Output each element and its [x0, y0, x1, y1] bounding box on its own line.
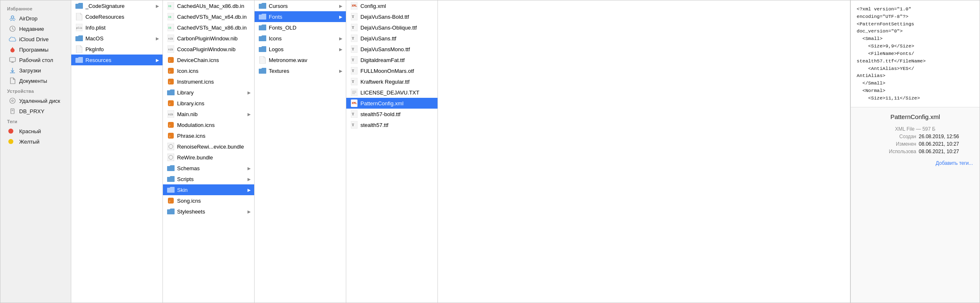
- column-item-phrase[interactable]: ♪Phrase.icns: [163, 130, 254, 141]
- column-item-dejavu_sans[interactable]: TDejaVuSans.ttf: [346, 33, 438, 44]
- file-type-value: XML File — 597 Б: [858, 126, 973, 132]
- file-label-instrument: Instrument.icns: [177, 79, 251, 85]
- column-item-library_folder[interactable]: Library▶: [163, 87, 254, 98]
- sidebar-item-airdrop[interactable]: AirDrop: [2, 13, 69, 23]
- svg-rect-6: [10, 57, 15, 62]
- sidebar-item-db-prxy[interactable]: DB_PRXY: [2, 106, 69, 116]
- column-item-stylesheets[interactable]: Stylesheets▶: [163, 206, 254, 217]
- sidebar-item-apps[interactable]: Программы: [2, 45, 69, 55]
- file-icon-cachedvsts86: DB: [167, 24, 175, 31]
- file-icon-metronome: [259, 56, 266, 64]
- column-item-skin[interactable]: Skin▶: [163, 184, 254, 195]
- sidebar-item-icloud[interactable]: iCloud Drive: [2, 34, 69, 44]
- arrow-icon-stylesheets: ▶: [245, 209, 251, 214]
- column-item-fonts[interactable]: Fonts▶: [255, 11, 346, 22]
- column-item-renoise_bundle[interactable]: RenoiseRewi...evice.bundle: [163, 141, 254, 152]
- created-value: 26.08.2019, 12:56: [919, 134, 973, 139]
- column-item-dejavu_mono[interactable]: TDejaVuSansMono.ttf: [346, 44, 438, 55]
- column-item-scripts[interactable]: Scripts▶: [163, 174, 254, 184]
- file-label-dejavu_oblique: DejaVuSans-Oblique.ttf: [360, 25, 434, 31]
- file-icon-icon_icns: ♪: [167, 67, 175, 75]
- file-label-rewire_bundle: ReWire.bundle: [177, 154, 251, 161]
- sidebar-section-Избранное: Избранное: [0, 4, 71, 13]
- sidebar-label-icloud: iCloud Drive: [19, 36, 49, 42]
- svg-text:♪: ♪: [169, 102, 170, 106]
- column-item-patternconfig[interactable]: XMLPatternConfig.xml: [346, 98, 438, 109]
- column-item-textures[interactable]: Textures▶: [255, 65, 346, 76]
- svg-text:XML: XML: [352, 102, 357, 105]
- column-col2: DBCachedAUs_Mac_x86.db.inDBCachedVSTs_Ma…: [163, 0, 255, 303]
- svg-text:T: T: [352, 37, 355, 40]
- modified-row: Изменен 08.06.2021, 10:27: [858, 140, 973, 148]
- column-item-icons[interactable]: Icons▶: [255, 33, 346, 44]
- column-item-coderesources[interactable]: CodeResources: [71, 11, 162, 22]
- tag-dot: [8, 129, 13, 134]
- usb-icon: [9, 107, 16, 115]
- column-item-cachedvsts64[interactable]: DBCachedVSTs_Mac_x64.db.in: [163, 11, 254, 22]
- sidebar-label-downloads: Загрузки: [19, 67, 41, 74]
- sidebar-item-desktop[interactable]: Рабочий стол: [2, 55, 69, 65]
- sidebar-label-airdrop: AirDrop: [19, 15, 38, 22]
- column-item-config_xml[interactable]: XMLConfig.xml: [346, 0, 438, 11]
- column-item-fonts_old[interactable]: Fonts_OLD: [255, 22, 346, 33]
- sidebar-item-remote-disk[interactable]: Удаленный диск: [2, 96, 69, 106]
- file-label-logos: Logos: [269, 46, 337, 52]
- column-item-_codesignature[interactable]: _CodeSignature▶: [71, 0, 162, 11]
- column-item-instrument[interactable]: ♪Instrument.icns: [163, 76, 254, 87]
- file-icon-devicechain: ♪: [167, 56, 175, 64]
- column-item-library_icns[interactable]: ♪Library.icns: [163, 98, 254, 109]
- file-label-main_nib: Main.nib: [177, 111, 245, 117]
- file-label-info_plist: Info.plist: [85, 25, 159, 31]
- column-item-pkginfo[interactable]: PkgInfo: [71, 44, 162, 55]
- file-icon-dejavu_bold: T: [350, 13, 358, 20]
- column-item-carbonplugin[interactable]: nibCarbonPluginWindow.nib: [163, 33, 254, 44]
- sidebar-item-documents[interactable]: Документы: [2, 76, 69, 86]
- sidebar-item-downloads[interactable]: Загрузки: [2, 65, 69, 75]
- file-icon-skin: [167, 186, 175, 194]
- svg-text:T: T: [352, 15, 355, 19]
- file-icon-cachedvsts64: DB: [167, 13, 175, 20]
- desktop-icon: [9, 56, 16, 64]
- sidebar-label-documents: Документы: [19, 78, 47, 84]
- column-item-logos[interactable]: Logos▶: [255, 44, 346, 55]
- svg-text:DB: DB: [168, 26, 172, 29]
- sidebar-label-db-prxy: DB_PRXY: [19, 108, 45, 114]
- column-item-macos[interactable]: MacOS▶: [71, 33, 162, 44]
- file-icon-carbonplugin: nib: [167, 35, 175, 42]
- sidebar-item-recents[interactable]: Недавние: [2, 24, 69, 34]
- column-item-rewire_bundle[interactable]: ReWire.bundle: [163, 152, 254, 163]
- file-label-_codesignature: _CodeSignature: [85, 3, 153, 9]
- svg-point-10: [10, 98, 15, 104]
- column-item-license[interactable]: LICENSE_DEJAVU.TXT: [346, 87, 438, 98]
- file-icon-fonts: [259, 13, 266, 20]
- file-label-devicechain: DeviceChain.icns: [177, 57, 251, 63]
- arrow-icon-_codesignature: ▶: [153, 4, 159, 8]
- column-item-cachedaus[interactable]: DBCachedAUs_Mac_x86.db.in: [163, 0, 254, 11]
- column-item-cachedvsts86[interactable]: DBCachedVSTs_Mac_x86.db.in: [163, 22, 254, 33]
- column-item-cocoaplugin[interactable]: nibCocoaPluginWindow.nib: [163, 44, 254, 55]
- sidebar-item-tag-red[interactable]: Красный: [2, 126, 69, 136]
- accessed-value: 08.06.2021, 10:27: [919, 149, 973, 154]
- column-item-dejavu_bold[interactable]: TDejaVuSans-Bold.ttf: [346, 11, 438, 22]
- column-item-schemas[interactable]: Schemas▶: [163, 163, 254, 174]
- column-item-stealth57_bold[interactable]: Tstealth57-bold.ttf: [346, 109, 438, 119]
- add-tags-button[interactable]: Добавить теги...: [851, 157, 980, 166]
- sidebar-label-apps: Программы: [19, 47, 48, 53]
- column-item-info_plist[interactable]: plistInfo.plist: [71, 22, 162, 33]
- sidebar-item-tag-yellow[interactable]: Желтый: [2, 137, 69, 147]
- column-item-dejavu_oblique[interactable]: TDejaVuSans-Oblique.ttf: [346, 22, 438, 33]
- column-item-stealth57[interactable]: Tstealth57.ttf: [346, 119, 438, 130]
- airdrop-icon: [9, 15, 16, 22]
- column-item-kraftwerk[interactable]: TKraftwerk Regular.ttf: [346, 76, 438, 87]
- column-item-fullmoon[interactable]: TFULLMoonOnMars.otf: [346, 65, 438, 76]
- column-item-resources[interactable]: Resources▶: [71, 55, 162, 65]
- column-item-metronome[interactable]: Metronome.wav: [255, 55, 346, 65]
- preview-xml-content: <?xml version="1.0" encoding="UTF-8"?> <…: [851, 0, 980, 107]
- column-item-cursors[interactable]: Cursors▶: [255, 0, 346, 11]
- column-item-icon_icns[interactable]: ♪Icon.icns: [163, 65, 254, 76]
- column-item-devicechain[interactable]: ♪DeviceChain.icns: [163, 55, 254, 65]
- column-item-modulation[interactable]: ♪Modulation.icns: [163, 119, 254, 130]
- column-item-main_nib[interactable]: nibMain.nib▶: [163, 109, 254, 119]
- column-item-song_icns[interactable]: ♪Song.icns: [163, 195, 254, 206]
- column-item-digitaldream[interactable]: TDigitaldreamFat.ttf: [346, 55, 438, 65]
